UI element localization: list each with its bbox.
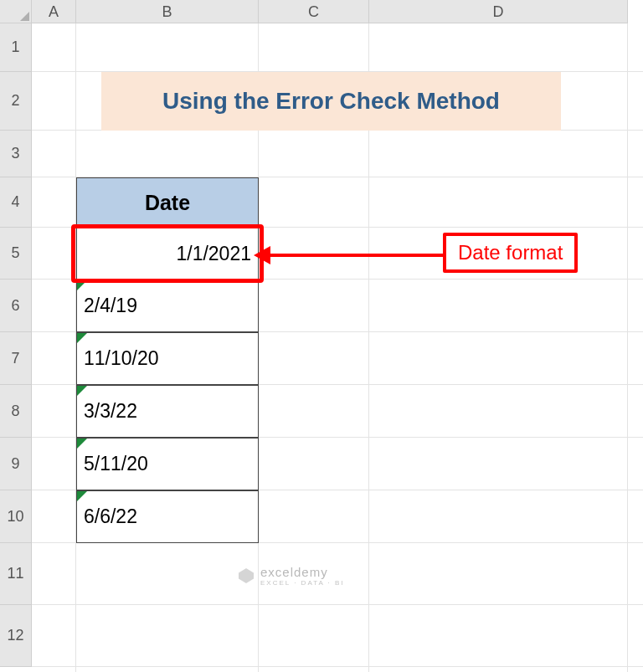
spreadsheet-grid: ABCD 123456789101112 Using the Error Che… <box>0 0 643 672</box>
watermark-name: exceldemy <box>260 565 328 579</box>
arrow-line <box>269 254 443 257</box>
cell-B7[interactable]: 11/10/20 <box>76 332 259 385</box>
column-header-C[interactable]: C <box>259 0 369 23</box>
row-header-5[interactable]: 5 <box>0 228 32 280</box>
row-header-3[interactable]: 3 <box>0 131 32 177</box>
column-header-A[interactable]: A <box>32 0 76 23</box>
row-header-12[interactable]: 12 <box>0 605 32 667</box>
worksheet[interactable]: Using the Error Check MethodDate1/1/2021… <box>32 23 643 672</box>
row-header-10[interactable]: 10 <box>0 490 32 543</box>
row-header-9[interactable]: 9 <box>0 438 32 490</box>
row-header-4[interactable]: 4 <box>0 177 32 228</box>
watermark-logo-icon <box>239 568 254 583</box>
row-header-2[interactable]: 2 <box>0 72 32 131</box>
row-header-7[interactable]: 7 <box>0 332 32 385</box>
watermark-tagline: EXCEL · DATA · BI <box>260 579 345 587</box>
column-header-B[interactable]: B <box>76 0 259 23</box>
row-header-1[interactable]: 1 <box>0 23 32 72</box>
arrow-head-icon <box>254 246 270 264</box>
column-header-D[interactable]: D <box>369 0 628 23</box>
cell-B10[interactable]: 6/6/22 <box>76 490 259 543</box>
watermark: exceldemyEXCEL · DATA · BI <box>239 565 345 587</box>
column-headers: ABCD <box>0 0 628 23</box>
row-header-6[interactable]: 6 <box>0 280 32 332</box>
cell-B8[interactable]: 3/3/22 <box>76 385 259 438</box>
cell-B6[interactable]: 2/4/19 <box>76 280 259 332</box>
row-header-11[interactable]: 11 <box>0 543 32 605</box>
cell-B5[interactable]: 1/1/2021 <box>76 228 259 280</box>
row-header-8[interactable]: 8 <box>0 385 32 438</box>
row-headers: 123456789101112 <box>0 23 32 667</box>
cell-B9[interactable]: 5/11/20 <box>76 438 259 490</box>
select-all-corner[interactable] <box>0 0 32 23</box>
page-title: Using the Error Check Method <box>101 72 561 131</box>
table-header-date[interactable]: Date <box>76 177 259 228</box>
callout-date-format: Date format <box>443 233 578 273</box>
